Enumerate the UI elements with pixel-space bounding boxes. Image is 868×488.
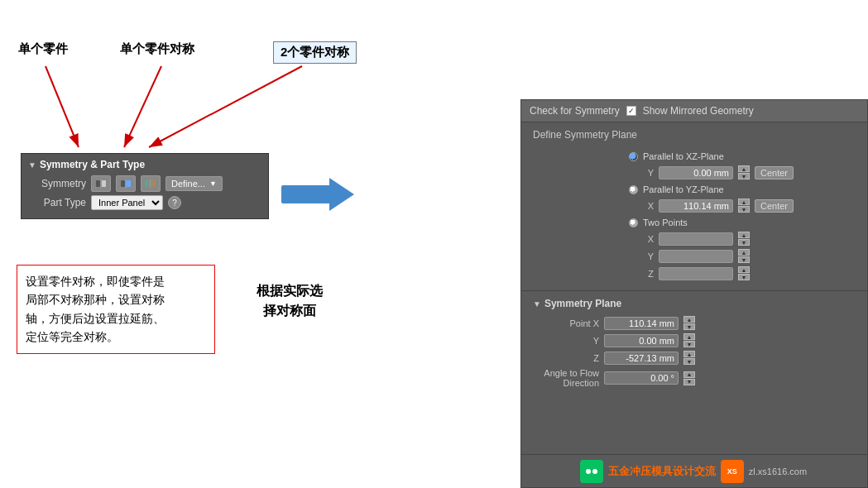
svg-rect-4 <box>96 180 100 187</box>
check-symmetry-label: Check for Symmetry <box>530 105 620 117</box>
tp-z-input[interactable] <box>659 267 733 280</box>
parallel-xz-label: Parallel to XZ-Plane <box>643 151 724 161</box>
label-single-symmetric: 单个零件对称 <box>120 41 194 57</box>
svg-rect-16 <box>580 460 603 483</box>
label-two-symmetric: 2个零件对称 <box>273 41 357 64</box>
svg-rect-12 <box>152 180 156 187</box>
tp-y-spinner[interactable]: ▲ ▼ <box>738 249 750 263</box>
symmetry-label: Symmetry <box>28 178 86 189</box>
right-arrow <box>281 174 356 215</box>
tp-x-input[interactable] <box>659 232 733 246</box>
two-points-row: Two Points <box>533 218 856 227</box>
x-center-button[interactable]: Center <box>755 199 794 213</box>
tp-x-down[interactable]: ▼ <box>738 239 750 246</box>
sp-angle-up[interactable]: ▲ <box>683 371 695 378</box>
sp-angle-row: Angle to Flow Direction 0.00 ° ▲ ▼ <box>533 368 856 388</box>
sym-part-type-panel: Symmetry & Part Type Symmetry Define... … <box>21 153 269 219</box>
sp-x-spinner[interactable]: ▲ ▼ <box>683 316 695 330</box>
sp-y-up[interactable]: ▲ <box>683 333 695 340</box>
left-area: 单个零件 单个零件对称 2个零件对称 Symmetry & Part Type … <box>0 0 496 488</box>
right-annotation: 根据实际选 择对称面 <box>257 281 323 321</box>
help-button[interactable]: ? <box>168 196 181 209</box>
y-center-button[interactable]: Center <box>755 166 794 179</box>
sp-z-label: Z <box>533 353 599 363</box>
tp-y-up[interactable]: ▲ <box>738 249 750 256</box>
tp-y-down[interactable]: ▼ <box>738 256 750 263</box>
sp-z-spinner[interactable]: ▲ ▼ <box>683 351 695 365</box>
sp-angle-label: Angle to Flow Direction <box>533 368 599 388</box>
sym-btn-1[interactable] <box>91 175 111 192</box>
x-spin-up[interactable]: ▲ <box>738 199 750 205</box>
right-panel: Check for Symmetry ✓ Show Mirrored Geome… <box>520 99 868 488</box>
y-spin-up[interactable]: ▲ <box>738 165 750 172</box>
tp-z-spinner[interactable]: ▲ ▼ <box>738 266 750 280</box>
x-spin-down[interactable]: ▼ <box>738 206 750 213</box>
watermark-text: 五金冲压模具设计交流 <box>608 464 716 479</box>
svg-line-3 <box>149 66 302 147</box>
tp-z-row: Z ▲ ▼ <box>533 266 856 280</box>
x-value-input[interactable] <box>659 199 733 213</box>
sp-y-val: 0.00 mm <box>604 334 679 347</box>
sp-angle-down[interactable]: ▼ <box>683 379 695 385</box>
sp-y-spinner[interactable]: ▲ ▼ <box>683 333 695 347</box>
svg-rect-9 <box>127 180 131 187</box>
y-spinner[interactable]: ▲ ▼ <box>738 165 750 179</box>
sp-x-up[interactable]: ▲ <box>683 316 695 323</box>
sp-point-x-label: Point X <box>533 318 599 328</box>
sym-panel-title: Symmetry & Part Type <box>28 159 261 170</box>
define-sym-plane-section: Define Symmetry Plane Parallel to XZ-Pla… <box>521 122 867 291</box>
tp-z-label: Z <box>640 269 654 279</box>
sp-angle-spinner[interactable]: ▲ ▼ <box>683 371 695 385</box>
sp-y-down[interactable]: ▼ <box>683 341 695 347</box>
two-points-label: Two Points <box>643 218 688 227</box>
label-single-part: 单个零件 <box>18 41 68 57</box>
watermark: 五金冲压模具设计交流 XS zl.xs1616.com <box>520 454 867 487</box>
tp-y-row: Y ▲ ▼ <box>533 249 856 263</box>
sym-plane-title: Symmetry Plane <box>533 298 856 309</box>
sp-angle-val: 0.00 ° <box>604 371 679 385</box>
watermark-url: zl.xs1616.com <box>749 466 807 476</box>
tp-x-spinner[interactable]: ▲ ▼ <box>738 232 750 246</box>
x-spinner[interactable]: ▲ ▼ <box>738 199 750 213</box>
sp-z-down[interactable]: ▼ <box>683 358 695 365</box>
sym-btn-3[interactable] <box>141 175 161 192</box>
y-spin-down[interactable]: ▼ <box>738 173 750 179</box>
watermark-logo: XS <box>721 460 744 483</box>
symmetry-row: Symmetry Define... ▼ <box>28 175 261 192</box>
symmetry-plane-section: Symmetry Plane Point X 110.14 mm ▲ ▼ Y 0… <box>521 291 867 398</box>
x-coord-label: X <box>640 201 654 211</box>
parallel-yz-radio[interactable] <box>629 185 638 194</box>
sp-point-x-val: 110.14 mm <box>604 317 679 330</box>
sp-y-row: Y 0.00 mm ▲ ▼ <box>533 333 856 347</box>
two-points-radio[interactable] <box>629 218 638 227</box>
sp-z-val: -527.13 mm <box>604 352 679 365</box>
parallel-xz-radio[interactable] <box>629 152 638 161</box>
tp-y-input[interactable] <box>659 250 733 263</box>
sp-point-x-row: Point X 110.14 mm ▲ ▼ <box>533 316 856 330</box>
part-type-label: Part Type <box>28 197 86 208</box>
tp-z-up[interactable]: ▲ <box>738 266 750 273</box>
part-type-row: Part Type Inner Panel ? <box>28 195 261 210</box>
tp-z-down[interactable]: ▼ <box>738 274 750 280</box>
part-type-select[interactable]: Inner Panel <box>91 195 163 210</box>
sp-z-up[interactable]: ▲ <box>683 351 695 357</box>
top-bar: Check for Symmetry ✓ Show Mirrored Geome… <box>521 100 867 122</box>
svg-rect-6 <box>102 180 106 187</box>
sym-btn-2[interactable] <box>116 175 136 192</box>
tp-y-label: Y <box>640 251 654 261</box>
show-mirrored-label: Show Mirrored Geometry <box>643 105 754 117</box>
x-value-row: X ▲ ▼ Center <box>533 199 856 213</box>
svg-point-17 <box>586 469 591 474</box>
define-sym-plane-label: Define Symmetry Plane <box>533 129 637 141</box>
y-value-input[interactable] <box>659 166 733 179</box>
wechat-icon <box>580 460 603 483</box>
description-text-box: 设置零件对称，即使零件是 局部不对称那种，设置对称 轴，方便后边设置拉延筋、 定… <box>17 265 215 354</box>
show-mirrored-checkbox[interactable]: ✓ <box>626 106 636 116</box>
svg-line-1 <box>46 66 79 147</box>
tp-x-row: X ▲ ▼ <box>533 232 856 246</box>
define-button[interactable]: Define... ▼ <box>165 176 223 191</box>
sp-x-down[interactable]: ▼ <box>683 323 695 330</box>
sp-z-row: Z -527.13 mm ▲ ▼ <box>533 351 856 365</box>
define-dropdown-arrow: ▼ <box>209 179 217 188</box>
tp-x-up[interactable]: ▲ <box>738 232 750 238</box>
